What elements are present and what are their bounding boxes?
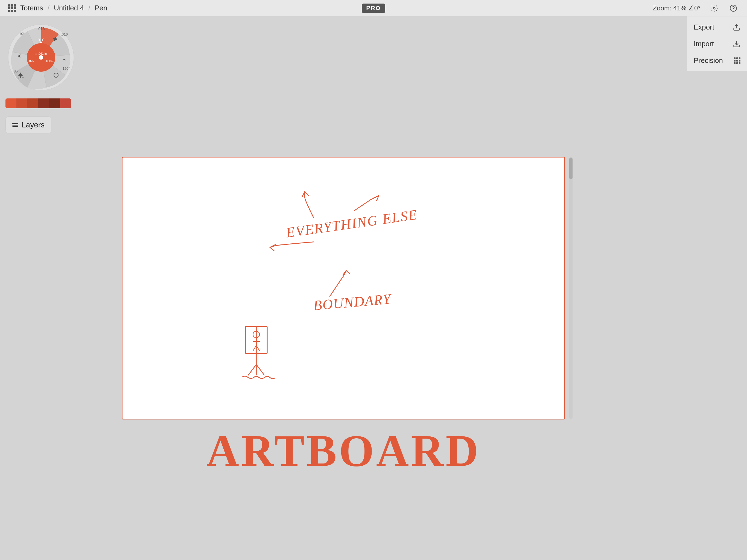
header: Totems / Untitled 4 / Pen PRO Zoom: 41% …	[0, 0, 747, 17]
separator1: /	[48, 4, 50, 12]
color-swatch-4[interactable]	[38, 98, 49, 108]
export-button[interactable]: Export	[687, 19, 747, 35]
svg-point-0	[713, 7, 715, 9]
import-icon	[733, 40, 741, 48]
color-swatch-1[interactable]	[5, 98, 17, 108]
drawing-svg: EVERYTHING ELSE BOUNDARY	[123, 157, 564, 419]
left-panel: .016 ≡ .061 in 8% 100% 85° 85° .016 120°…	[0, 17, 82, 139]
layers-button[interactable]: Layers	[5, 117, 51, 133]
zoom-value: 41%	[673, 4, 686, 12]
svg-text:.016: .016	[37, 27, 45, 31]
precision-button[interactable]: Precision	[687, 52, 747, 69]
tool-wheel-svg[interactable]: .016 ≡ .061 in 8% 100% 85° 85° .016 120°…	[5, 22, 77, 93]
import-button[interactable]: Import	[687, 36, 747, 52]
color-swatch-3[interactable]	[27, 98, 38, 108]
color-bar[interactable]	[5, 98, 71, 108]
zoom-label: Zoom:	[653, 4, 672, 12]
pro-badge: PRO	[362, 4, 385, 13]
artboard[interactable]: EVERYTHING ELSE BOUNDARY	[122, 157, 565, 419]
color-swatch-5[interactable]	[49, 98, 60, 108]
artboard-wrapper: EVERYTHING ELSE BOUNDARY	[122, 157, 565, 419]
svg-text:.016: .016	[61, 32, 68, 36]
svg-text:BOUNDARY: BOUNDARY	[313, 291, 393, 313]
help-button[interactable]	[728, 3, 739, 14]
svg-text:10°: 10°	[19, 32, 25, 36]
svg-line-29	[248, 364, 256, 376]
svg-text:85°: 85°	[14, 69, 19, 73]
svg-text:8%: 8%	[29, 59, 34, 63]
layers-icon	[12, 123, 18, 127]
color-swatch-active[interactable]	[60, 98, 71, 108]
app-grid-icon[interactable]	[8, 4, 16, 12]
separator2: /	[88, 4, 90, 12]
zoom-angle: ∠0°	[688, 4, 700, 12]
settings-button[interactable]	[709, 3, 720, 14]
export-label: Export	[694, 23, 714, 31]
svg-text:120°: 120°	[62, 67, 70, 71]
precision-label: Precision	[694, 56, 723, 65]
tool-name: Pen	[95, 4, 107, 12]
svg-line-30	[256, 364, 264, 376]
export-icon	[733, 24, 741, 31]
color-swatch-2[interactable]	[17, 98, 27, 108]
header-left: Totems / Untitled 4 / Pen	[8, 4, 252, 12]
scrollbar-thumb[interactable]	[569, 157, 572, 179]
svg-text:100%: 100%	[46, 59, 54, 63]
header-right: Zoom: 41% ∠0°	[495, 3, 739, 14]
svg-point-13	[39, 55, 43, 59]
precision-grid-icon	[734, 57, 741, 64]
artboard-scrollbar[interactable]	[569, 157, 572, 419]
tool-wheel[interactable]: .016 ≡ .061 in 8% 100% 85° 85° .016 120°…	[5, 22, 77, 93]
zoom-info: Zoom: 41% ∠0°	[653, 4, 700, 12]
import-label: Import	[694, 40, 714, 48]
layers-label: Layers	[22, 121, 45, 129]
app-name: Totems	[20, 4, 43, 12]
svg-text:EVERYTHING ELSE: EVERYTHING ELSE	[285, 206, 419, 240]
header-center: PRO	[252, 4, 495, 13]
canvas-area[interactable]: EVERYTHING ELSE BOUNDARY	[0, 17, 687, 560]
doc-name[interactable]: Untitled 4	[54, 4, 84, 12]
svg-text:ARTBOARD: ARTBOARD	[206, 426, 481, 476]
svg-text:≡  .061 in: ≡ .061 in	[35, 52, 47, 55]
right-panel: Export Import Precision	[687, 17, 747, 71]
